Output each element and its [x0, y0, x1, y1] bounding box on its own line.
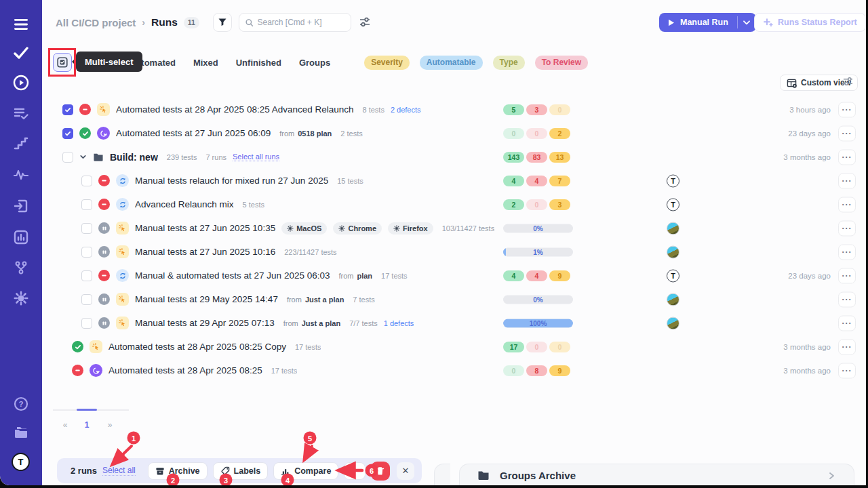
row-checkbox[interactable] — [81, 223, 92, 234]
row-more-button[interactable]: ··· — [838, 363, 856, 378]
run-title[interactable]: Automated tests at 28 Apr 2025 08:25 Adv… — [116, 104, 354, 115]
branch-icon[interactable] — [13, 260, 29, 276]
chevron-down-icon[interactable] — [738, 13, 756, 32]
row-more-button[interactable]: ··· — [838, 291, 856, 307]
result-count-pills: 089 — [503, 365, 570, 376]
assignee-avatar[interactable]: T — [667, 174, 679, 187]
row-more-button[interactable]: ··· — [838, 125, 856, 141]
count-pill: 17 — [503, 342, 524, 352]
pagination-prev[interactable]: « — [59, 420, 71, 430]
row-more-button[interactable]: ··· — [838, 173, 856, 188]
user-avatar[interactable]: T — [12, 453, 30, 471]
settings-icon[interactable] — [13, 290, 29, 306]
progress-bar: 100% — [503, 319, 573, 327]
group-title[interactable]: Build: new — [110, 152, 158, 163]
close-selection-bar-button[interactable]: ✕ — [397, 462, 414, 480]
assignee-avatar[interactable] — [667, 317, 679, 329]
chip-severity[interactable]: Severity — [364, 56, 410, 70]
row-checkbox[interactable] — [81, 270, 92, 281]
from-plan-link[interactable]: Just a plan — [305, 296, 344, 304]
count-pill: 4 — [526, 270, 547, 281]
run-title[interactable]: Manual tests at 27 Jun 2025 10:16 — [135, 247, 275, 257]
defects-icon[interactable] — [13, 105, 29, 121]
row-more-button[interactable]: ··· — [838, 220, 856, 236]
assignee-avatar[interactable] — [667, 222, 679, 235]
row-checkbox[interactable] — [81, 318, 92, 329]
tab-mixed[interactable]: Mixed — [193, 58, 218, 68]
row-more-button[interactable]: ··· — [838, 149, 856, 165]
menu-icon[interactable] — [13, 16, 29, 33]
chevron-down-icon[interactable] — [79, 153, 87, 161]
chip-automatable[interactable]: Automatable — [420, 56, 483, 70]
sparkle-icon — [116, 293, 129, 306]
projects-icon[interactable] — [13, 424, 29, 441]
run-title[interactable]: Manual tests at 27 Jun 2025 10:35 — [135, 223, 275, 233]
breadcrumb-project[interactable]: All CI/CD project — [56, 17, 136, 28]
assignee-avatar[interactable]: T — [667, 198, 679, 211]
row-checkbox[interactable] — [62, 152, 73, 163]
sync-icon — [116, 174, 129, 187]
defects-link[interactable]: 1 defects — [384, 319, 414, 327]
row-checkbox[interactable] — [81, 176, 92, 186]
adjustments-icon[interactable] — [359, 17, 370, 30]
more-actions-button[interactable]: ··· — [344, 462, 366, 480]
assignee-avatar[interactable] — [667, 245, 679, 258]
runs-status-report-button[interactable]: Runs Status Report — [754, 13, 866, 32]
assignee-avatar[interactable]: T — [667, 269, 679, 282]
row-more-button[interactable]: ··· — [838, 315, 856, 331]
import-icon[interactable] — [13, 198, 29, 214]
run-title[interactable]: Manual tests relauch for mixed run 27 Ju… — [135, 176, 328, 186]
run-title[interactable]: Advanced Relaunch mix — [135, 199, 234, 209]
row-more-button[interactable]: ··· — [838, 244, 856, 260]
annotation-marker-1: 1 — [127, 432, 140, 445]
from-plan-link[interactable]: Just a plan — [302, 319, 340, 327]
pagination-next[interactable]: » — [104, 420, 116, 430]
view-adjustments-icon[interactable] — [843, 77, 853, 89]
defects-link[interactable]: 2 defects — [391, 106, 421, 114]
analytics-icon[interactable] — [13, 229, 29, 245]
row-checkbox[interactable] — [81, 294, 92, 305]
row-checkbox[interactable] — [81, 247, 92, 258]
tab-groups[interactable]: Groups — [299, 58, 330, 68]
row-more-button[interactable]: ··· — [838, 268, 856, 283]
row-more-button[interactable]: ··· — [838, 197, 856, 212]
row-more-button[interactable]: ··· — [838, 102, 856, 117]
row-checkbox[interactable] — [81, 199, 92, 210]
row-more-button[interactable]: ··· — [838, 339, 856, 354]
tab-unfinished[interactable]: Unfinished — [236, 58, 281, 68]
select-all-runs-link[interactable]: Select all runs — [233, 152, 279, 161]
assignee-avatar[interactable] — [667, 293, 679, 306]
chevron-icon[interactable] — [828, 472, 836, 480]
run-title[interactable]: Manual tests at 29 May 2025 14:47 — [135, 294, 278, 304]
help-icon[interactable]: ? — [13, 396, 29, 412]
run-title[interactable]: Automated tests at 27 Jun 2025 06:09 — [116, 128, 271, 138]
multi-select-toggle[interactable] — [53, 53, 72, 72]
select-all-link[interactable]: Select all — [102, 466, 136, 476]
count-pill: 0 — [503, 365, 524, 376]
row-checkbox[interactable] — [62, 104, 73, 115]
chip-to-review[interactable]: To Review — [535, 56, 588, 70]
pagination-page-1[interactable]: 1 — [81, 420, 93, 430]
status-active-icon — [98, 293, 110, 305]
count-pill: 143 — [503, 152, 524, 163]
run-title[interactable]: Manual & automated tests at 27 Jun 2025 … — [135, 270, 330, 281]
run-title[interactable]: Automated tests at 28 Apr 2025 08:25 — [108, 365, 262, 375]
filters-row: AutomatedMixedUnfinishedGroups SeverityA… — [130, 54, 588, 70]
from-plan-link[interactable]: plan — [357, 272, 372, 280]
run-title[interactable]: Manual tests at 29 Apr 2025 07:13 — [135, 318, 275, 328]
activity-icon[interactable] — [13, 167, 29, 183]
chip-type[interactable]: Type — [493, 56, 525, 70]
manual-run-label: Manual Run — [680, 18, 728, 27]
milestones-icon[interactable] — [13, 136, 29, 152]
search-input[interactable] — [257, 18, 344, 27]
filter-button[interactable] — [213, 13, 232, 32]
from-plan-link[interactable]: 0518 plan — [298, 129, 332, 138]
runs-icon[interactable] — [13, 75, 29, 91]
test-cases-icon[interactable] — [13, 45, 29, 61]
manual-run-button[interactable]: Manual Run — [659, 13, 756, 32]
from-label: from — [338, 272, 353, 280]
row-checkbox[interactable] — [62, 128, 73, 139]
groups-archive-panel[interactable]: Groups Archive — [459, 464, 854, 485]
run-title[interactable]: Automated tests at 28 Apr 2025 08:25 Cop… — [108, 342, 286, 352]
result-count-pills: 449 — [503, 270, 570, 281]
